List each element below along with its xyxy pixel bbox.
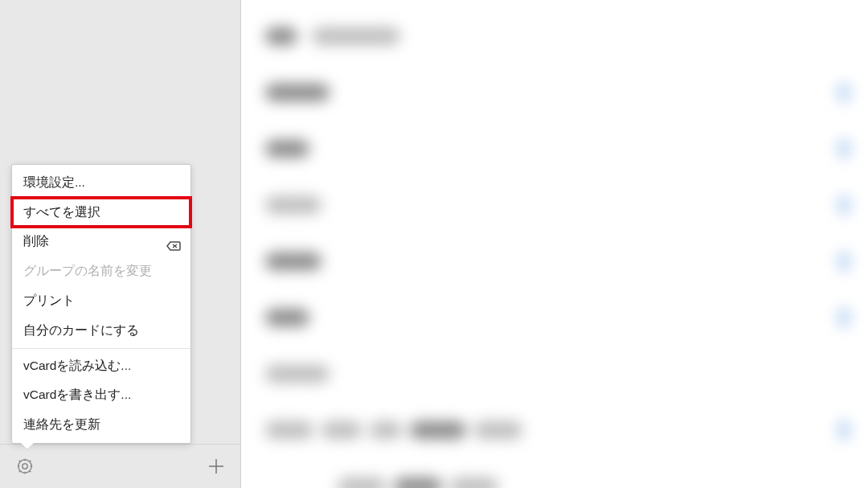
sidebar-toolbar bbox=[0, 444, 241, 488]
sidebar: 環境設定... すべてを選択 削除 グループの名前を変更 プリント 自分のカード… bbox=[0, 0, 241, 488]
menu-item-delete[interactable]: 削除 bbox=[12, 227, 190, 256]
list-item[interactable] bbox=[241, 8, 868, 64]
menu-item-label: プリント bbox=[23, 291, 75, 311]
add-button[interactable] bbox=[204, 454, 228, 478]
list-item[interactable] bbox=[241, 121, 868, 177]
menu-item-label: グループの名前を変更 bbox=[23, 261, 152, 281]
menu-item-print[interactable]: プリント bbox=[12, 286, 190, 316]
list-item[interactable] bbox=[241, 458, 868, 488]
menu-item-rename-group: グループの名前を変更 bbox=[12, 256, 190, 286]
gear-icon bbox=[15, 457, 35, 476]
list-item[interactable] bbox=[241, 346, 868, 402]
list-item[interactable] bbox=[241, 64, 868, 121]
menu-item-label: 連絡先を更新 bbox=[23, 415, 100, 435]
list-item[interactable] bbox=[241, 289, 868, 346]
list-item[interactable] bbox=[241, 177, 868, 233]
menu-item-label: 削除 bbox=[23, 232, 49, 252]
menu-separator bbox=[12, 348, 190, 349]
settings-context-menu: 環境設定... すべてを選択 削除 グループの名前を変更 プリント 自分のカード… bbox=[11, 164, 191, 444]
contacts-list bbox=[241, 0, 868, 488]
menu-item-select-all[interactable]: すべてを選択 bbox=[12, 198, 190, 228]
menu-item-label: vCardを書き出す... bbox=[23, 385, 131, 405]
list-item[interactable] bbox=[241, 402, 868, 458]
menu-item-label: すべてを選択 bbox=[23, 203, 100, 223]
backspace-icon bbox=[166, 237, 179, 247]
plus-icon bbox=[207, 457, 226, 476]
menu-item-make-my-card[interactable]: 自分のカードにする bbox=[12, 316, 190, 346]
menu-item-label: 環境設定... bbox=[23, 173, 85, 193]
svg-point-1 bbox=[18, 460, 31, 473]
menu-item-export-vcard[interactable]: vCardを書き出す... bbox=[12, 380, 190, 410]
menu-item-label: vCardを読み込む... bbox=[23, 356, 131, 376]
contacts-main-panel bbox=[241, 0, 868, 488]
settings-button[interactable] bbox=[13, 454, 37, 478]
menu-item-refresh-contacts[interactable]: 連絡先を更新 bbox=[12, 410, 190, 440]
list-item[interactable] bbox=[241, 233, 868, 289]
svg-point-0 bbox=[23, 464, 27, 469]
menu-item-preferences[interactable]: 環境設定... bbox=[12, 168, 190, 198]
menu-item-import-vcard[interactable]: vCardを読み込む... bbox=[12, 351, 190, 381]
menu-item-label: 自分のカードにする bbox=[23, 321, 139, 341]
